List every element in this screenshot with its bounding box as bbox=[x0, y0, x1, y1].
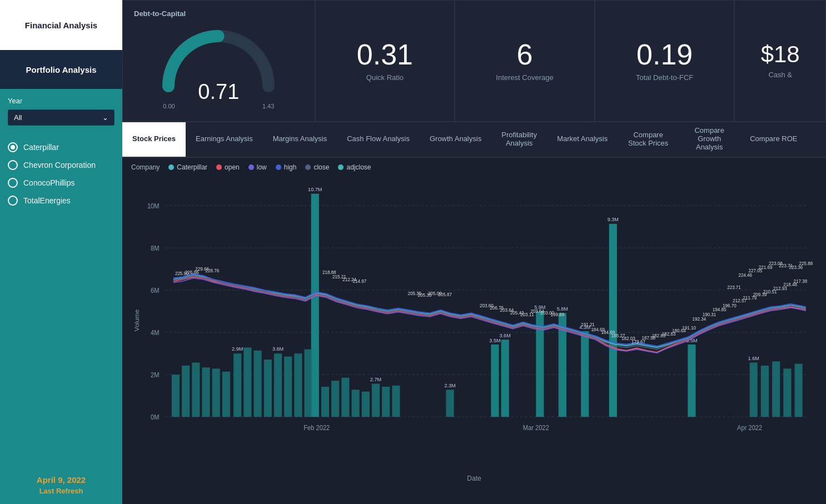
legend-dot-high bbox=[276, 164, 281, 170]
svg-text:5.8M: 5.8M bbox=[557, 306, 568, 312]
company-item-chevron[interactable]: Chevron Corporation bbox=[8, 158, 115, 172]
svg-text:10.7M: 10.7M bbox=[308, 186, 322, 192]
svg-rect-60 bbox=[294, 353, 302, 417]
legend-dot-caterpillar bbox=[168, 164, 174, 170]
svg-text:8M: 8M bbox=[151, 244, 159, 251]
radio-totalenergies bbox=[8, 196, 18, 206]
tab-growth-analysis[interactable]: Growth Analysis bbox=[420, 122, 491, 157]
svg-text:6M: 6M bbox=[151, 287, 159, 293]
financial-label-text: Financial Analysis bbox=[25, 21, 97, 30]
company-item-totalenergies[interactable]: TotalEnergies bbox=[8, 193, 115, 208]
svg-text:214.97: 214.97 bbox=[353, 278, 367, 284]
svg-rect-59 bbox=[284, 357, 292, 417]
svg-rect-52 bbox=[233, 353, 241, 417]
svg-rect-49 bbox=[772, 361, 780, 417]
svg-text:205.87: 205.87 bbox=[438, 292, 452, 297]
legend-dot-adjclose bbox=[338, 164, 344, 170]
svg-rect-17 bbox=[212, 368, 220, 417]
svg-rect-19 bbox=[311, 194, 319, 417]
legend-dot-low bbox=[248, 164, 254, 170]
tabs-row: Stock Prices Earnings Analysis Margins A… bbox=[122, 122, 826, 158]
svg-rect-61 bbox=[305, 350, 312, 417]
tab-earnings-analysis[interactable]: Earnings Analysis bbox=[186, 122, 263, 157]
legend-high: high bbox=[276, 163, 297, 171]
svg-text:Mar 2022: Mar 2022 bbox=[523, 425, 549, 431]
svg-text:225.88: 225.88 bbox=[799, 260, 813, 266]
svg-text:2M: 2M bbox=[151, 371, 159, 378]
svg-rect-30 bbox=[446, 390, 454, 417]
tab-compare-growth-analysis[interactable]: Compare Growth Analysis bbox=[679, 122, 740, 157]
svg-rect-46 bbox=[750, 363, 758, 417]
legend-company-label: Company bbox=[131, 163, 160, 171]
svg-text:223.71: 223.71 bbox=[727, 285, 741, 290]
legend-low: low bbox=[248, 163, 267, 171]
last-refresh-label: Last Refresh bbox=[8, 487, 115, 495]
svg-text:Volume: Volume bbox=[134, 310, 141, 332]
svg-text:199.89: 199.89 bbox=[551, 312, 565, 317]
portfolio-label-text: Portfolio Analysis bbox=[26, 65, 97, 74]
svg-text:1.6M: 1.6M bbox=[748, 355, 759, 361]
legend-close: close bbox=[305, 163, 329, 171]
svg-rect-57 bbox=[274, 353, 282, 417]
cash-card: $18 Cash & bbox=[734, 0, 826, 122]
cash-label: Cash & bbox=[768, 71, 792, 79]
company-list: Caterpillar Chevron Corporation ConocoPh… bbox=[0, 134, 122, 213]
portfolio-analysis-button[interactable]: Portfolio Analysis bbox=[0, 50, 122, 89]
svg-text:2.9M: 2.9M bbox=[232, 345, 243, 351]
svg-rect-18 bbox=[222, 372, 230, 417]
svg-rect-22 bbox=[331, 381, 339, 417]
svg-text:10M: 10M bbox=[147, 202, 160, 209]
svg-rect-48 bbox=[761, 366, 769, 417]
tab-profitability-analysis[interactable]: Profitability Analysis bbox=[491, 122, 547, 157]
sidebar: Financial Analysis Portfolio Analysis Ye… bbox=[0, 0, 122, 504]
chart-legend: Company Caterpillar open low high close bbox=[131, 163, 817, 171]
year-label: Year bbox=[0, 89, 122, 107]
financial-analysis-label[interactable]: Financial Analysis bbox=[0, 0, 122, 50]
tab-stock-prices[interactable]: Stock Prices bbox=[122, 122, 186, 157]
x-axis-label: Date bbox=[131, 473, 817, 485]
legend-dot-close bbox=[305, 164, 311, 170]
quick-ratio-value: 0.31 bbox=[357, 40, 413, 69]
chart-area: Company Caterpillar open low high close bbox=[122, 158, 826, 504]
svg-rect-21 bbox=[321, 387, 329, 417]
chevron-down-icon: ⌄ bbox=[102, 113, 108, 122]
svg-text:0M: 0M bbox=[151, 413, 159, 420]
svg-text:2.3M: 2.3M bbox=[444, 382, 455, 388]
tab-compare-stock-prices[interactable]: Compare Stock Prices bbox=[618, 122, 679, 157]
cash-value: $18 bbox=[761, 43, 800, 66]
metrics-row: Debt-to-Capital 0.71 0.00 1.43 0.31 Quic… bbox=[122, 0, 826, 122]
tab-market-analysis[interactable]: Market Analysis bbox=[547, 122, 618, 157]
svg-rect-28 bbox=[382, 387, 390, 417]
svg-rect-15 bbox=[192, 363, 200, 417]
svg-rect-23 bbox=[341, 378, 349, 417]
svg-rect-16 bbox=[202, 367, 210, 417]
company-item-conocophillips[interactable]: ConocoPhillips bbox=[8, 176, 115, 190]
svg-text:Apr 2022: Apr 2022 bbox=[737, 425, 762, 431]
svg-rect-40 bbox=[581, 331, 589, 417]
svg-rect-44 bbox=[688, 345, 695, 417]
company-caterpillar: Caterpillar bbox=[23, 143, 59, 152]
svg-text:3.6M: 3.6M bbox=[500, 332, 511, 338]
legend-open: open bbox=[216, 163, 240, 171]
tab-cashflow-analysis[interactable]: Cash Flow Analysis bbox=[337, 122, 420, 157]
interest-coverage-card: 6 Interest Coverage bbox=[455, 0, 595, 122]
main-chart-svg: 0M 2M 4M 6M 8M 10M Volume 10.7M bbox=[131, 176, 817, 471]
svg-rect-51 bbox=[795, 364, 803, 417]
quick-ratio-label: Quick Ratio bbox=[366, 73, 404, 82]
debt-title: Debt-to-Capital bbox=[134, 9, 186, 18]
total-debt-fcf-label: Total Debt-to-FCF bbox=[636, 73, 693, 82]
svg-rect-55 bbox=[254, 351, 262, 417]
svg-rect-29 bbox=[392, 386, 400, 417]
company-chevron: Chevron Corporation bbox=[23, 161, 96, 169]
tab-margins-analysis[interactable]: Margins Analysis bbox=[263, 122, 337, 157]
quick-ratio-card: 0.31 Quick Ratio bbox=[315, 0, 455, 122]
year-select[interactable]: All ⌄ bbox=[8, 109, 115, 126]
tab-compare-roe[interactable]: Compare ROE bbox=[740, 122, 807, 157]
total-debt-fcf-value: 0.19 bbox=[636, 40, 693, 69]
company-item-caterpillar[interactable]: Caterpillar bbox=[8, 140, 115, 154]
gauge-value: 0.71 bbox=[198, 80, 239, 104]
company-conocophillips: ConocoPhillips bbox=[23, 178, 75, 187]
svg-text:191.10: 191.10 bbox=[682, 325, 696, 331]
svg-rect-32 bbox=[491, 345, 499, 417]
radio-caterpillar-inner bbox=[11, 145, 15, 149]
